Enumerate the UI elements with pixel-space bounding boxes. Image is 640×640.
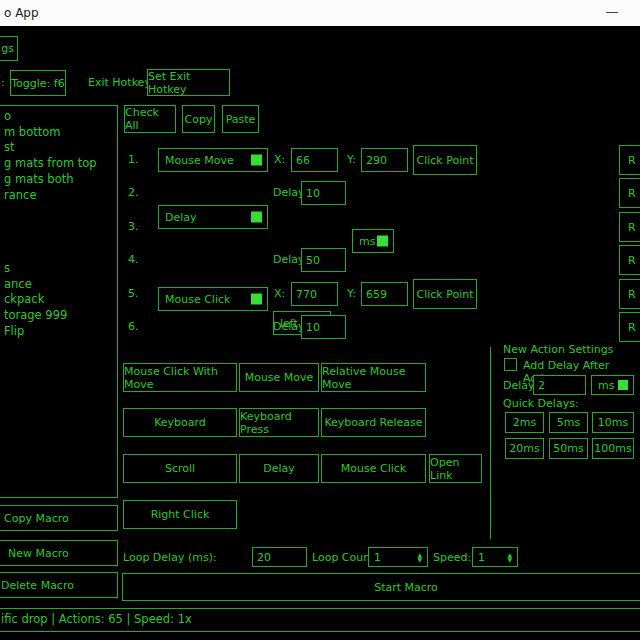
remove-action-button[interactable]: R <box>619 178 640 208</box>
start-macro-button[interactable]: Start Macro <box>122 573 640 601</box>
click-point-button[interactable]: Click Point <box>413 145 477 175</box>
click-point-label: Click Point <box>416 154 473 167</box>
list-item[interactable]: s <box>0 261 117 277</box>
list-item[interactable]: o <box>0 109 117 125</box>
minimize-button[interactable]: — <box>598 0 626 26</box>
spin-down-icon[interactable]: ▼ <box>417 557 422 562</box>
status-bar-text: ific drop | Actions: 65 | Speed: 1x <box>1 612 192 626</box>
check-all-label: Check All <box>125 106 175 132</box>
delete-macro-button[interactable]: Delete Macro <box>0 572 118 598</box>
relative-mouse-move-button[interactable]: Relative Mouse Move <box>321 363 426 392</box>
action-type-dropdown[interactable]: Delay <box>158 205 268 229</box>
list-item[interactable]: m bottom <box>0 125 117 141</box>
list-item[interactable]: ance <box>0 277 117 293</box>
list-item[interactable]: g mats both <box>0 172 117 188</box>
open-link-button[interactable]: Open Link <box>429 454 482 483</box>
y-label: Y: <box>347 153 356 166</box>
quick-delay-label: 2ms <box>513 416 536 429</box>
copy-button[interactable]: Copy <box>182 105 215 133</box>
list-item[interactable]: Flip <box>0 324 117 340</box>
remove-action-button[interactable]: R <box>619 212 640 242</box>
new-macro-button[interactable]: New Macro <box>0 540 118 566</box>
dropdown-indicator-icon <box>251 155 262 166</box>
delay-input[interactable] <box>301 181 346 205</box>
x-label: X: <box>274 153 285 166</box>
keyboard-press-button[interactable]: Keyboard Press <box>239 408 319 437</box>
relative-mouse-move-label: Relative Mouse Move <box>322 365 425 391</box>
mouse-click-button[interactable]: Mouse Click <box>321 454 426 483</box>
new-action-unit-dropdown[interactable]: ms <box>591 375 634 395</box>
action-type-value: Delay <box>165 211 197 224</box>
quick-delay-10ms-button[interactable]: 10ms <box>592 412 634 433</box>
action-rows-viewport[interactable]: 1. Mouse Move X: Y: Click Point R 2. Del… <box>118 140 640 342</box>
remove-label: R <box>628 254 636 267</box>
remove-label: R <box>628 154 636 167</box>
x-coordinate-input[interactable] <box>291 282 338 306</box>
stepper-arrows[interactable]: ▲ ▼ <box>417 552 423 562</box>
click-point-button[interactable]: Click Point <box>413 279 477 309</box>
spin-down-icon[interactable]: ▼ <box>507 557 512 562</box>
macro-list-group-bottom: s ance ckpack torage 999 Flip <box>0 261 117 340</box>
quick-delay-20ms-button[interactable]: 20ms <box>505 438 544 459</box>
delay-label: Delay <box>273 320 305 333</box>
dropdown-indicator-icon <box>618 380 628 390</box>
quick-delay-5ms-button[interactable]: 5ms <box>549 412 588 433</box>
set-exit-hotkey-button[interactable]: Set Exit Hotkey <box>147 69 230 96</box>
dropdown-indicator-icon <box>251 212 262 223</box>
list-item[interactable]: st <box>0 140 117 156</box>
action-row-number: 4. <box>128 253 139 266</box>
action-type-dropdown[interactable]: Mouse Move <box>158 148 268 172</box>
keyboard-release-button[interactable]: Keyboard Release <box>321 408 426 437</box>
mouse-click-with-move-button[interactable]: Mouse Click With Move <box>123 363 237 392</box>
click-point-label: Click Point <box>416 288 473 301</box>
scroll-label: Scroll <box>165 462 195 475</box>
remove-action-button[interactable]: R <box>619 245 640 275</box>
new-action-delay-input[interactable] <box>533 375 586 395</box>
check-all-button[interactable]: Check All <box>124 105 176 133</box>
paste-button[interactable]: Paste <box>222 105 259 133</box>
toggle-hotkey-button[interactable]: Toggle: f6 <box>10 70 66 96</box>
scroll-button[interactable]: Scroll <box>123 454 237 483</box>
y-coordinate-input[interactable] <box>361 148 408 172</box>
list-item[interactable]: g mats from top <box>0 156 117 172</box>
window-title: o App <box>4 0 39 26</box>
remove-action-button[interactable]: R <box>619 145 640 175</box>
y-coordinate-input[interactable] <box>361 282 408 306</box>
x-coordinate-input[interactable] <box>291 148 338 172</box>
delay-unit-value: ms <box>359 235 375 248</box>
quick-delay-50ms-button[interactable]: 50ms <box>549 438 588 459</box>
remove-action-button[interactable]: R <box>619 279 640 309</box>
remove-action-button[interactable]: R <box>619 312 640 342</box>
title-bar: o App — <box>0 0 640 26</box>
right-click-button[interactable]: Right Click <box>123 500 237 529</box>
delay-button[interactable]: Delay <box>239 454 319 483</box>
quick-delay-label: 50ms <box>553 442 583 455</box>
copy-macro-button[interactable]: Copy Macro <box>0 505 118 531</box>
loop-count-stepper[interactable]: 1 ▲ ▼ <box>368 547 428 567</box>
delay-unit-dropdown[interactable]: ms <box>352 229 394 253</box>
keyboard-button[interactable]: Keyboard <box>123 408 237 437</box>
stepper-arrows[interactable]: ▲ ▼ <box>507 552 513 562</box>
remove-label: R <box>628 187 636 200</box>
mouse-move-button[interactable]: Mouse Move <box>239 363 319 392</box>
list-item[interactable]: ckpack <box>0 292 117 308</box>
delay-input[interactable] <box>301 315 346 339</box>
panel-separator <box>490 347 491 539</box>
delay-input[interactable] <box>301 248 346 272</box>
new-macro-label: New Macro <box>8 547 69 560</box>
loop-delay-input[interactable] <box>252 547 307 567</box>
action-type-dropdown[interactable]: Mouse Click <box>158 287 268 311</box>
quick-delay-100ms-button[interactable]: 100ms <box>592 438 634 459</box>
remove-label: R <box>628 288 636 301</box>
status-bar-top-border <box>0 608 640 609</box>
delete-macro-label: Delete Macro <box>1 579 74 592</box>
tab-settings[interactable]: gs <box>0 36 18 61</box>
list-item[interactable]: torage 999 <box>0 308 117 324</box>
quick-delay-label: 100ms <box>594 442 631 455</box>
list-item[interactable]: rance <box>0 188 117 204</box>
macro-list[interactable]: o m bottom st g mats from top g mats bot… <box>0 105 118 498</box>
add-delay-checkbox[interactable] <box>504 358 517 371</box>
quick-delay-2ms-button[interactable]: 2ms <box>505 412 544 433</box>
new-action-settings-title: New Action Settings <box>503 343 614 356</box>
speed-stepper[interactable]: 1 ▲ ▼ <box>472 547 518 567</box>
